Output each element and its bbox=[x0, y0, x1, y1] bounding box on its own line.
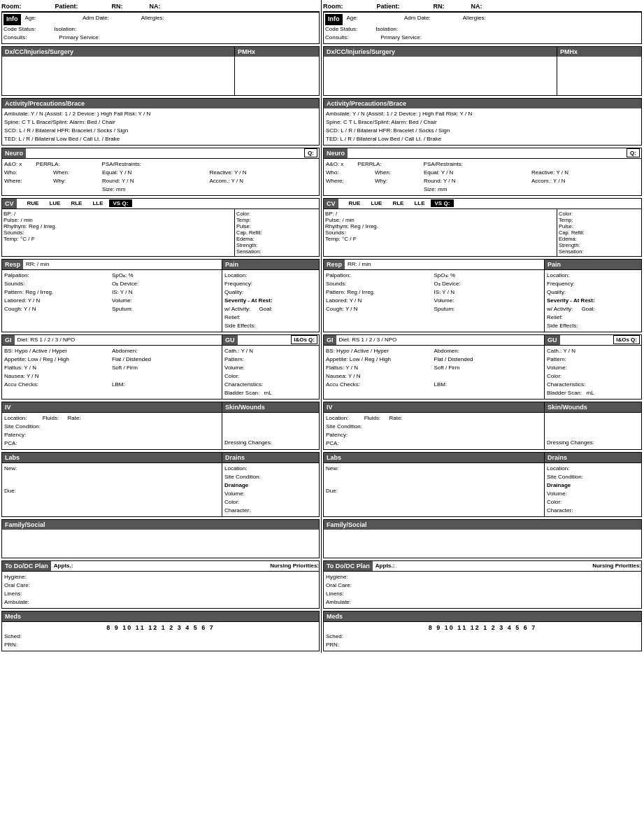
right-drains-location: Location: bbox=[547, 465, 639, 473]
left-gu-characteristics: Characteristics: bbox=[224, 381, 317, 389]
left-pain-box: Pain Location: Frequency: Quality: Sever… bbox=[222, 259, 320, 332]
right-gu-color: Color: bbox=[547, 372, 639, 381]
right-meds-sched: Sched: bbox=[326, 632, 639, 641]
right-drains-drainage: Drainage bbox=[547, 481, 639, 490]
left-perrla-label: PERRLA: bbox=[36, 160, 59, 169]
left-meds-header: Meds bbox=[2, 612, 319, 622]
left-dx-section: Dx/CC/Injuries/Surgery PMHx bbox=[1, 46, 320, 96]
left-info-badge: Info bbox=[3, 14, 21, 25]
right-cv-color: Color: bbox=[559, 211, 640, 217]
right-activity-section: Activity/Precautions/Brace Ambulate: Y /… bbox=[323, 98, 642, 146]
right-iv-location: Location: bbox=[326, 415, 348, 421]
right-primary-service-label: Primary Service: bbox=[380, 34, 422, 42]
right-isolation-label: Isolation: bbox=[375, 25, 398, 34]
left-resp-palpation: Palpation: bbox=[4, 271, 112, 280]
right-iv-content: Location: Fluids: Rate: Site Condition: … bbox=[324, 413, 544, 449]
right-resp-o2: O₂ Device: bbox=[434, 280, 543, 288]
left-drains-location: Location: bbox=[224, 465, 317, 473]
left-size-label: Size: mm bbox=[102, 185, 210, 194]
right-todo-box: To Do/DC Plan Appts.: Nursing Priorities… bbox=[323, 560, 642, 609]
left-skin-content: Dressing Changes: bbox=[222, 413, 319, 448]
left-psa-label: PSA/Restraints: bbox=[102, 160, 141, 169]
left-meds-sched: Sched: bbox=[4, 632, 317, 641]
left-gu-cath: Cath.: Y / N bbox=[224, 347, 317, 355]
left-resp-volume: Volume: bbox=[112, 297, 220, 305]
right-meds-prn: PRN: bbox=[326, 641, 639, 649]
left-gu-ml: mL bbox=[264, 390, 272, 396]
left-adm-date-label: Adm Date: bbox=[83, 14, 109, 25]
right-iv-skin-row: IV Location: Fluids: Rate: Site Conditio… bbox=[323, 402, 642, 450]
left-cv-body: BP: / Pulse: / min Rhythym: Reg / Irreg.… bbox=[2, 209, 319, 256]
right-resp-header: Resp bbox=[324, 260, 345, 269]
right-rhythym-label: Rhythym: Reg / Irreg. bbox=[325, 223, 555, 229]
right-when-label: When: bbox=[375, 169, 424, 177]
right-labs-new: New: bbox=[326, 465, 542, 473]
left-dx-left: Dx/CC/Injuries/Surgery bbox=[2, 47, 235, 95]
left-ios-q: I&Os Q: bbox=[291, 335, 317, 344]
right-cv-pulse-r: Pulse: bbox=[559, 223, 640, 229]
left-primary-service-label: Primary Service: bbox=[59, 34, 100, 42]
left-iv-pca: PCA: bbox=[4, 439, 220, 448]
left-meds-box: Meds 8 9 10 11 12 1 2 3 4 5 6 7 Sched: P… bbox=[1, 611, 320, 652]
left-iv-box: IV Location: Fluids: Rate: Site Conditio… bbox=[1, 402, 222, 450]
right-gi-flattus: Flattus: Y / N bbox=[326, 364, 434, 372]
right-pain-side-effects: Side Effects: bbox=[547, 322, 639, 330]
right-todo-content: Hygiene: Oral Care: Linens: Ambulate: bbox=[324, 572, 641, 608]
left-vs-q: VS Q: bbox=[109, 199, 133, 207]
left-gi-nausea: Nausea: Y / N bbox=[4, 372, 112, 381]
right-iv-patency: Patency: bbox=[326, 431, 542, 439]
left-todo-appts: Appts.: bbox=[54, 563, 73, 569]
right-family-box: Family/Social bbox=[323, 519, 642, 558]
right-labs-header: Labs bbox=[324, 453, 544, 463]
left-labs-due: Due: bbox=[4, 487, 220, 495]
rn-label: RN: bbox=[112, 3, 123, 10]
left-iv-content: Location: Fluids: Rate: Site Condition: … bbox=[2, 413, 222, 449]
left-iv-header: IV bbox=[2, 402, 222, 413]
right-pain-severity: Severity - At Rest: bbox=[547, 297, 639, 305]
left-resp-box: Resp RR: / min Palpation: Sounds: Patter… bbox=[1, 259, 222, 332]
right-todo-nursing: Nursing Priorities: bbox=[592, 563, 641, 569]
left-drains-drainage: Drainage bbox=[224, 481, 317, 490]
right-drains-volume: Volume: bbox=[547, 490, 639, 498]
right-resp-cough: Cough: Y / N bbox=[326, 305, 434, 313]
left-resp-sputum: Sputum: bbox=[112, 305, 220, 313]
left-consults-label: Consults: bbox=[3, 34, 27, 42]
right-activity-line3: SCD: L / R / Bilateral HFR: Bracelet / S… bbox=[326, 127, 639, 135]
right-info-section: Info Age: Adm Date: Allergies: Code Stat… bbox=[323, 12, 642, 44]
left-activity-line3: SCD: L / R / Bilateral HFR: Bracelet / S… bbox=[4, 127, 317, 135]
left-resp-pattern: Pattern: Reg / Irreg. bbox=[4, 288, 112, 297]
left-gi-box: GI Diet: RS 1 / 2 / 3 / NPO BS: Hypo / A… bbox=[1, 334, 222, 400]
right-age-label: Age: bbox=[347, 14, 358, 25]
right-skin-header: Skin/Wounds bbox=[545, 402, 641, 413]
left-code-status-label: Code Status: bbox=[3, 25, 36, 34]
left-cv-edema: Edema: bbox=[236, 236, 317, 242]
patient-label: Patient: bbox=[55, 3, 78, 10]
right-resp-labored: Labored: Y / N bbox=[326, 297, 434, 305]
right-family-header: Family/Social bbox=[324, 520, 641, 530]
left-gi-flat-dist: Flat / Distended bbox=[112, 355, 220, 364]
right-accom-label: Accom.: Y / N bbox=[531, 177, 639, 185]
left-iv-rate: Rate: bbox=[68, 415, 81, 421]
left-pain-relief: Relief: bbox=[224, 313, 317, 322]
left-skin-header: Skin/Wounds bbox=[222, 402, 319, 413]
right-cv-strength: Strength: bbox=[559, 242, 640, 248]
right-todo-hygiene: Hygiene: bbox=[326, 573, 639, 581]
right-gi-accu: Accu Checks: bbox=[326, 381, 434, 389]
right-adm-date-label: Adm Date: bbox=[404, 14, 431, 25]
right-gu-volume: Volume: bbox=[547, 364, 639, 372]
left-resp-spo2: SpO₂: % bbox=[112, 271, 220, 280]
right-pain-content: Location: Frequency: Quality: Severity -… bbox=[545, 270, 641, 332]
right-dx-header: Dx/CC/Injuries/Surgery bbox=[324, 47, 557, 57]
right-neuro-header: Neuro bbox=[324, 148, 348, 158]
left-pain-location: Location: bbox=[224, 271, 317, 280]
left-dx-right: PMHx bbox=[235, 47, 319, 95]
left-resp-labored: Labored: Y / N bbox=[4, 297, 112, 305]
right-sounds-label: Sounds: bbox=[325, 229, 555, 236]
right-todo-oral-care: Oral Care: bbox=[326, 581, 639, 590]
right-activity-line4: TED: L / R / Bilateral Low Bed / Call Lt… bbox=[326, 135, 639, 143]
right-labs-drains-row: Labs New: Due: Drains Location: Site Con… bbox=[323, 452, 642, 517]
right-ios-q: I&Os Q: bbox=[613, 335, 640, 344]
right-labs-due: Due: bbox=[326, 487, 542, 495]
left-resp-sounds: Sounds: bbox=[4, 280, 112, 288]
right-iv-fluids: Fluids: bbox=[364, 415, 381, 421]
